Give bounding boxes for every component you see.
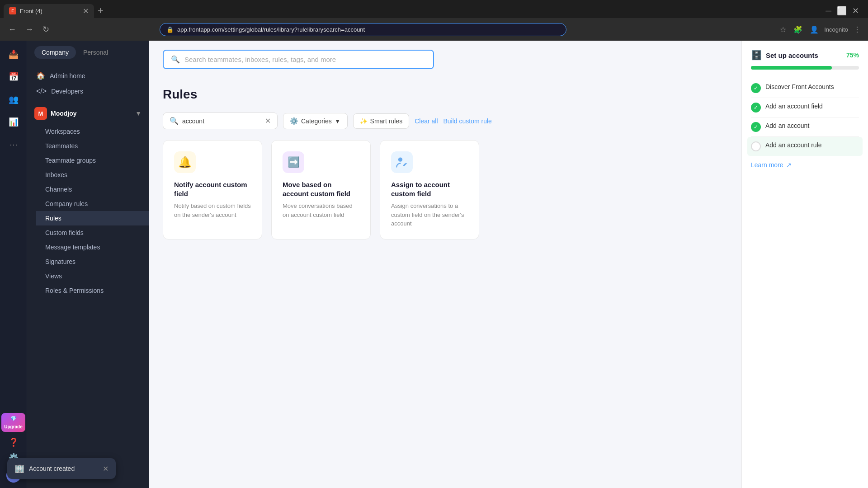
forward-button[interactable]: → [23,23,36,36]
sidebar: Company Personal 🏠 Admin home </> Develo… [27,41,149,488]
address-bar[interactable]: 🔒 app.frontapp.com/settings/global/rules… [160,23,566,36]
move-card-desc: Move conversations based on account cust… [283,202,359,219]
smart-rules-button[interactable]: ✨ Smart rules [353,113,410,129]
upgrade-icon: 💎 [10,416,17,422]
check-icon-add-field: ✓ [751,103,761,113]
help-button[interactable]: ❓ [9,437,19,447]
chevron-down-icon: ▼ [335,117,341,125]
progress-bar-fill [751,66,832,70]
calendar-icon[interactable]: 📅 [5,69,22,85]
home-icon: 🏠 [36,71,45,80]
analytics-icon[interactable]: 📊 [5,114,22,130]
right-panel: 🗄️ Set up accounts 75% ✓ Discover Front … [741,41,868,488]
external-link-icon: ↗ [786,161,792,169]
personal-tab[interactable]: Personal [76,46,115,59]
toast-label: Account created [29,465,75,472]
sidebar-item-workspaces[interactable]: Workspaces [36,124,149,139]
sidebar-item-views[interactable]: Views [36,269,149,283]
org-selector[interactable]: M Moodjoy ▼ [27,103,149,124]
filter-bar: 🔍 ✕ ⚙️ Categories ▼ ✨ Smart rules Clear … [163,113,728,129]
checklist-item-add-rule[interactable]: Add an account rule [747,137,863,156]
browser-tab[interactable]: F Front (4) ✕ [4,4,94,18]
sidebar-item-company-rules[interactable]: Company rules [36,197,149,211]
accounts-icon: 🗄️ [751,50,762,61]
sidebar-item-admin-home[interactable]: 🏠 Admin home [27,68,149,84]
code-icon: </> [36,87,47,95]
restore-icon[interactable]: ⬜ [837,6,847,16]
toast-icon: 🏢 [14,464,24,474]
sidebar-item-roles[interactable]: Roles & Permissions [36,283,149,298]
assign-card-desc: Assign conversations to a custom field o… [391,202,468,228]
rules-search-filter[interactable]: 🔍 ✕ [163,113,278,129]
categories-button[interactable]: ⚙️ Categories ▼ [283,113,348,129]
svg-point-0 [398,158,402,162]
back-button[interactable]: ← [5,23,19,36]
rule-card-notify[interactable]: 🔔 Notify account custom field Notify bas… [163,140,262,239]
clear-search-button[interactable]: ✕ [265,117,271,125]
progress-percentage: 75% [846,52,859,59]
bookmark-icon[interactable]: ☆ [778,23,788,36]
lock-icon: 🔒 [166,26,174,33]
notify-card-icon: 🔔 [174,151,196,173]
global-search-bar[interactable]: 🔍 [163,50,434,69]
tab-title: Front (4) [20,8,42,14]
sidebar-item-channels[interactable]: Channels [36,182,149,197]
notify-card-title: Notify account custom field [174,180,251,198]
refresh-button[interactable]: ↻ [40,23,52,36]
panel-title: Set up accounts [766,52,818,59]
rule-card-move[interactable]: ➡️ Move based on account custom field Mo… [271,140,371,239]
sidebar-item-teammate-groups[interactable]: Teammate groups [36,153,149,168]
checklist-item-add-field[interactable]: ✓ Add an account field [751,98,859,117]
learn-more-link[interactable]: Learn more ↗ [751,161,859,169]
rule-cards-container: 🔔 Notify account custom field Notify bas… [163,140,728,239]
clear-all-button[interactable]: Clear all [415,117,438,125]
sidebar-item-developers[interactable]: </> Developers [27,84,149,99]
global-search-input[interactable] [184,56,426,63]
sidebar-item-inboxes[interactable]: Inboxes [36,168,149,182]
sidebar-item-rules[interactable]: Rules [36,211,149,225]
new-tab-button[interactable]: + [94,4,107,18]
extensions-icon[interactable]: 🧩 [792,23,804,36]
smart-rules-icon: ✨ [360,117,368,125]
tab-close-icon[interactable]: ✕ [83,7,89,15]
assign-card-icon [391,151,413,173]
sidebar-item-message-templates[interactable]: Message templates [36,240,149,254]
sidebar-item-teammates[interactable]: Teammates [36,139,149,153]
categories-icon: ⚙️ [290,117,298,125]
check-icon-discover: ✓ [751,83,761,93]
minimize-icon[interactable]: ─ [826,6,831,16]
favicon-icon: F [9,7,16,14]
move-card-icon: ➡️ [283,151,304,173]
close-window-icon[interactable]: ✕ [852,6,859,16]
toast-close-button[interactable]: ✕ [103,465,108,473]
more-apps-icon[interactable]: ⋯ [5,136,22,153]
checklist-item-add-account[interactable]: ✓ Add an account [751,117,859,137]
panel-header: 🗄️ Set up accounts 75% [751,50,859,61]
inbox-icon[interactable]: 📥 [5,46,22,62]
org-avatar: M [34,107,47,120]
sidebar-item-custom-fields[interactable]: Custom fields [36,225,149,240]
chevron-down-icon: ▼ [135,110,142,117]
page-title: Rules [163,87,728,102]
upgrade-button[interactable]: 💎 Upgrade [1,413,25,432]
toast-notification: 🏢 Account created ✕ [7,458,116,479]
company-tab[interactable]: Company [34,46,76,59]
menu-icon[interactable]: ⋮ [852,23,863,36]
profile-icon[interactable]: 👤 [808,23,821,36]
incognito-label: Incognito [824,26,848,33]
url-text: app.frontapp.com/settings/global/rules/l… [177,26,560,33]
notify-card-desc: Notify based on custom fields on the sen… [174,202,251,219]
sidebar-sub-items: Workspaces Teammates Teammate groups Inb… [27,124,149,298]
rule-card-assign[interactable]: Assign to account custom field Assign co… [380,140,479,239]
check-icon-add-rule [751,141,761,151]
contacts-icon[interactable]: 👥 [5,91,22,108]
search-icon: 🔍 [171,55,180,64]
main-content: 🔍 Rules 🔍 ✕ ⚙️ Categories ▼ [149,41,741,488]
move-card-title: Move based on account custom field [283,180,359,198]
rules-search-input[interactable] [182,117,261,125]
progress-bar-container [751,66,859,70]
checklist-item-discover[interactable]: ✓ Discover Front Accounts [751,79,859,98]
sidebar-item-signatures[interactable]: Signatures [36,254,149,269]
build-custom-rule-button[interactable]: Build custom rule [443,117,492,125]
assign-card-title: Assign to account custom field [391,180,468,198]
